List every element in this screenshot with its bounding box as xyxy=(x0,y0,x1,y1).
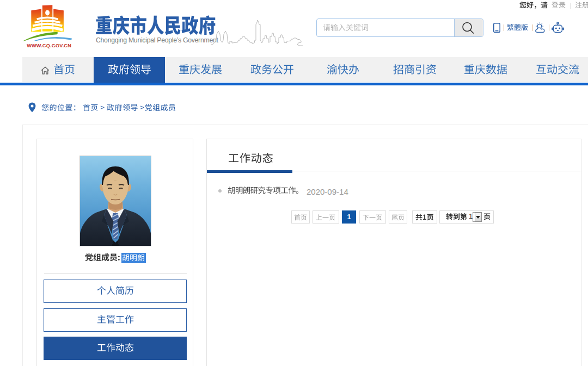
svg-text:WWW.CQ.GOV.CN: WWW.CQ.GOV.CN xyxy=(27,43,71,48)
